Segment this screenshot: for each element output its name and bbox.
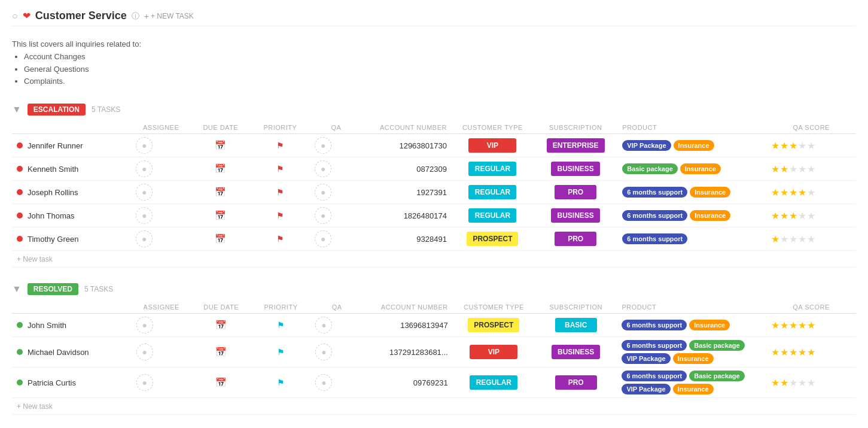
qa-avatar[interactable]: ● [315,160,331,177]
star: ★ [807,140,815,151]
task-name-label[interactable]: Michael Davidson [28,348,89,357]
assignee-avatar[interactable]: ● [136,160,153,177]
subscription-badge[interactable]: BUSINESS [551,208,599,223]
new-task-link[interactable]: + New task [17,402,53,411]
info-icon[interactable]: ⓘ [132,11,139,22]
qa-avatar[interactable]: ● [315,317,332,333]
assignee-avatar[interactable]: ● [136,207,153,224]
product-tag[interactable]: Insurance [673,384,714,394]
priority-flag[interactable]: ⚑ [277,347,285,357]
duedate-cell: 📅 [191,181,251,204]
sections-container: ▼ ESCALATION 5 TASKS ASSIGNEE DUE DATE P… [12,100,856,415]
product-tag[interactable]: Insurance [673,353,714,364]
task-name-label[interactable]: John Thomas [28,211,75,220]
priority-cell: ⚑ [251,314,311,337]
priority-flag[interactable]: ⚑ [276,141,284,150]
product-tag[interactable]: VIP Package [622,140,671,151]
task-name-label[interactable]: Kenneth Smith [28,165,78,174]
customer-type-badge[interactable]: VIP [468,138,516,153]
product-tag[interactable]: Insurance [690,210,730,221]
qa-avatar[interactable]: ● [315,374,332,391]
section-toggle-escalation[interactable]: ▼ [12,104,22,115]
task-name-label[interactable]: Patricia Curtis [28,378,76,387]
qa-cell: ● [310,368,363,398]
qa-avatar[interactable]: ● [315,184,331,201]
priority-flag[interactable]: ⚑ [277,320,285,330]
product-tag[interactable]: VIP Package [622,353,670,364]
customer-type-badge[interactable]: REGULAR [470,375,517,390]
priority-flag[interactable]: ⚑ [276,187,284,197]
customer-type-badge[interactable]: VIP [470,345,517,359]
product-tag[interactable]: Insurance [689,320,730,330]
star-rating: ★★★★★ [771,320,851,331]
customer-type-badge[interactable]: PROSPECT [467,232,518,246]
product-tags: 6 months supportBasic packageVIP Package… [622,371,762,394]
qa-avatar[interactable]: ● [315,207,331,224]
assignee-avatar[interactable]: ● [136,374,153,391]
product-tag[interactable]: Insurance [690,187,730,198]
product-tag[interactable]: 6 months support [622,233,687,244]
customer-type-badge[interactable]: REGULAR [468,208,516,223]
section-badge-resolved[interactable]: RESOLVED [28,283,78,295]
product-tag[interactable]: 6 months support [622,187,687,198]
calendar-icon[interactable]: 📅 [215,140,226,150]
qa-avatar[interactable]: ● [315,344,332,360]
assignee-avatar[interactable]: ● [136,230,153,247]
new-task-link[interactable]: + New task [17,255,53,263]
customer-type-badge[interactable]: REGULAR [468,185,516,199]
star: ★ [798,320,806,331]
priority-flag[interactable]: ⚑ [276,211,284,220]
new-task-row: + New task [12,251,856,268]
product-tag[interactable]: VIP Package [622,384,670,394]
assignee-avatar[interactable]: ● [136,137,153,154]
product-tag[interactable]: 6 months support [622,320,687,330]
subscription-badge[interactable]: PRO [555,185,596,199]
calendar-icon[interactable]: 📅 [215,347,227,357]
priority-flag[interactable]: ⚑ [276,234,284,244]
subscription-badge[interactable]: BUSINESS [551,162,599,176]
star: ★ [780,163,788,175]
product-tag[interactable]: Basic package [689,371,744,381]
calendar-icon[interactable]: 📅 [215,187,226,197]
assignee-avatar[interactable]: ● [136,184,153,201]
task-dot [17,349,23,355]
subscription-badge[interactable]: PRO [555,375,597,390]
product-tag[interactable]: Basic package [622,163,677,174]
calendar-icon[interactable]: 📅 [215,320,227,330]
subscription-badge[interactable]: PRO [555,232,596,246]
assignee-avatar[interactable]: ● [136,317,153,333]
qa-avatar[interactable]: ● [315,230,331,247]
back-button[interactable]: ○ [12,11,18,22]
product-tag[interactable]: 6 months support [622,340,687,351]
task-name-label[interactable]: Timothy Green [28,235,79,244]
priority-flag[interactable]: ⚑ [277,378,285,387]
duedate-cell: 📅 [191,157,251,181]
priority-flag[interactable]: ⚑ [276,164,284,174]
section-toggle-resolved[interactable]: ▼ [12,284,22,295]
product-tag[interactable]: 6 months support [622,371,687,381]
star: ★ [789,377,797,388]
product-tag[interactable]: Basic package [689,340,744,351]
new-task-button[interactable]: + NEW TASK [144,11,194,21]
customer-type-cell: REGULAR [452,204,534,227]
customer-type-badge[interactable]: PROSPECT [468,318,519,332]
task-name-label[interactable]: Joseph Rollins [28,188,78,197]
subscription-badge[interactable]: BASIC [555,318,597,332]
customer-type-badge[interactable]: REGULAR [468,162,516,176]
task-name-label[interactable]: John Smith [28,321,66,330]
task-name-label[interactable]: Jennifer Runner [28,141,83,150]
qa-avatar[interactable]: ● [315,137,331,154]
calendar-icon[interactable]: 📅 [215,210,226,220]
section-badge-escalation[interactable]: ESCALATION [28,104,86,116]
subscription-badge[interactable]: ENTERPRISE [547,138,605,153]
product-tag[interactable]: Insurance [680,163,721,174]
subscription-badge[interactable]: BUSINESS [552,345,600,359]
star-rating: ★★★★★ [771,377,851,388]
product-tag[interactable]: Insurance [674,140,714,151]
task-dot [17,236,23,242]
calendar-icon[interactable]: 📅 [215,377,227,387]
calendar-icon[interactable]: 📅 [215,233,226,244]
product-tag[interactable]: 6 months support [622,210,687,221]
assignee-avatar[interactable]: ● [136,344,153,360]
calendar-icon[interactable]: 📅 [215,163,226,174]
